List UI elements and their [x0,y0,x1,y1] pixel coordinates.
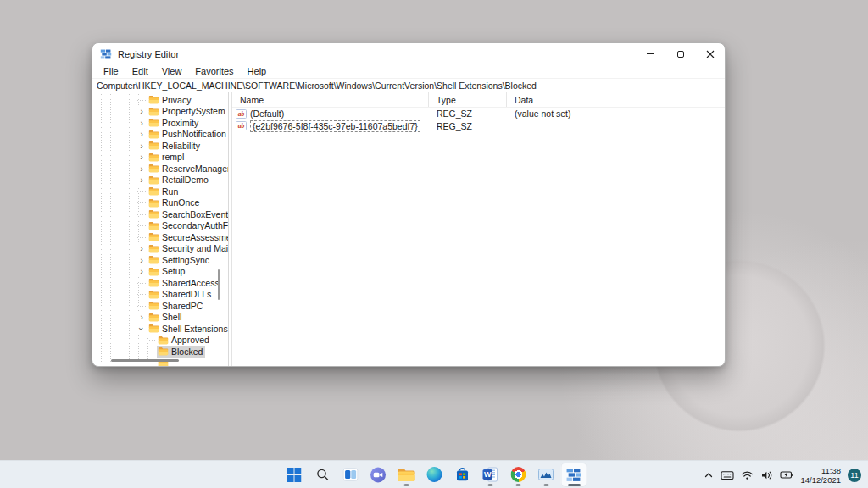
notification-badge[interactable]: 11 [848,469,861,482]
tree-item-content[interactable]: Blocked [157,346,205,358]
expand-chevron-icon[interactable]: › [136,243,147,255]
tree-item-shell-extensions[interactable]: ›Shell Extensions [92,323,228,335]
column-header-data[interactable]: Data [507,92,725,107]
volume-button[interactable] [760,470,773,480]
tree-item-shell[interactable]: ›Shell [92,312,228,324]
tree-item-content[interactable]: rempl [147,152,186,164]
close-button[interactable] [695,43,725,64]
expand-chevron-icon[interactable]: › [136,117,147,129]
column-header-type[interactable]: Type [429,92,507,107]
taskbar-icon-task-manager[interactable] [533,463,559,487]
collapse-chevron-icon[interactable]: › [136,323,147,335]
svg-text:ab: ab [238,110,245,118]
tree-item-settingsync[interactable]: ›SettingSync [92,254,228,266]
tree-item-content[interactable]: SecureAssessmen [147,231,229,243]
taskbar-icon-file-explorer[interactable] [393,463,420,487]
tree-item-content[interactable]: ReserveManager [147,163,229,175]
taskbar-icon-store[interactable] [449,463,476,487]
column-header-name[interactable]: Name [232,92,429,107]
taskbar-icon-edge[interactable] [421,463,448,487]
tree-horizontal-scrollbar[interactable] [111,359,179,362]
tree-item-propertysystem[interactable]: ›PropertySystem [92,106,228,118]
tree-item-content[interactable]: Shell [147,312,184,324]
expand-chevron-icon[interactable]: › [136,254,147,266]
tree-item-sharedpc[interactable]: SharedPC [92,300,228,312]
tree-item-pushnotification[interactable]: ›PushNotification [92,129,228,141]
menu-edit[interactable]: Edit [125,66,155,76]
tree-vertical-scrollbar[interactable] [218,269,220,300]
tree-item-content[interactable]: SearchBoxEventA [147,208,229,220]
expand-chevron-icon[interactable]: › [136,163,147,175]
tree-item-reliability[interactable]: ›Reliability [92,140,228,152]
menu-view[interactable]: View [155,66,189,76]
tree-item-secondaryauthf[interactable]: SecondaryAuthF [92,220,228,232]
tree-item-approved[interactable]: Approved [92,335,228,347]
tree-item-content[interactable]: SharedPC [147,300,205,312]
tree-item-content[interactable]: Security and Mai [147,243,229,255]
tree-item-content[interactable]: Reliability [147,140,203,152]
expand-chevron-icon[interactable]: › [136,140,147,152]
value-row[interactable]: ab(Default)REG_SZ(value not set) [232,108,725,120]
maximize-button[interactable] [665,43,695,64]
tree-item-content[interactable]: Shell Extensions [147,323,229,335]
expand-chevron-icon[interactable]: › [136,312,147,324]
tree-item-runonce[interactable]: RunOnce [92,197,228,209]
tree-item-content[interactable]: Privacy [147,94,193,106]
tree-item-secureassessmen[interactable]: SecureAssessmen [92,231,228,243]
tree-item-content[interactable]: Proximity [147,117,201,129]
clock[interactable]: 11:38 14/12/2021 [800,466,841,485]
menu-favorites[interactable]: Favorites [188,66,240,76]
tree-item-content[interactable]: SharedAccess [147,277,222,289]
tree-item-content[interactable]: Run [147,186,181,197]
taskbar-icon-start[interactable] [281,463,308,487]
tree-item-content[interactable]: PushNotification [147,129,229,141]
value-name-cell[interactable]: ab{e2bf9676-5f8f-435c-97eb-11607a5bedf7} [232,120,429,133]
tree-item-setup[interactable]: ›Setup [92,266,228,278]
tree-item-content[interactable]: RunOnce [147,197,202,209]
hidden-icons-chevron[interactable] [704,470,714,480]
tree-item-content[interactable]: RetailDemo [147,175,211,186]
expand-chevron-icon[interactable]: › [136,175,147,186]
tree-item-reservemanager[interactable]: ›ReserveManager [92,163,228,175]
tree-item-content[interactable]: SharedDLLs [147,289,214,301]
network-button[interactable] [741,470,754,480]
menu-help[interactable]: Help [241,66,274,76]
tree-item-shareddlls[interactable]: SharedDLLs [92,289,228,301]
tree-item-content[interactable]: Approved [157,335,212,347]
tree-item-sharedaccess[interactable]: SharedAccess [92,277,228,289]
address-bar[interactable]: Computer\HKEY_LOCAL_MACHINE\SOFTWARE\Mic… [92,78,725,92]
battery-button[interactable] [780,470,793,480]
taskbar-icon-word[interactable]: W [477,463,504,487]
minimize-button[interactable] [636,43,665,64]
taskbar-icon-search[interactable] [309,463,336,487]
taskbar-icon-chrome[interactable] [505,463,531,487]
tree-item-retaildemo[interactable]: ›RetailDemo [92,175,228,186]
tree-item-content[interactable]: SettingSync [147,254,212,266]
tree-item-content[interactable]: Setup [147,266,187,278]
taskbar-icon-registry-editor[interactable] [561,463,587,487]
tree-item-rempl[interactable]: ›rempl [92,152,228,164]
menu-bar: File Edit View Favorites Help [92,64,725,78]
title-bar[interactable]: Registry Editor [92,43,725,64]
tree-item-content[interactable]: SecondaryAuthF [147,220,229,232]
tree-item-security-and-mai[interactable]: ›Security and Mai [92,243,228,255]
expand-chevron-icon[interactable]: › [136,106,147,118]
tree-connector [136,231,147,243]
tree-item-searchboxeventa[interactable]: SearchBoxEventA [92,208,228,220]
value-row[interactable]: ab{e2bf9676-5f8f-435c-97eb-11607a5bedf7}… [232,120,725,133]
tree-item-proximity[interactable]: ›Proximity [92,117,228,129]
menu-file[interactable]: File [97,66,125,76]
value-name-cell[interactable]: ab(Default) [232,108,429,120]
expand-chevron-icon[interactable]: › [136,129,147,141]
taskbar-icon-chat[interactable] [365,463,392,487]
tree-item-label: SharedPC [162,301,203,311]
tree-item-content[interactable]: PropertySystem [147,106,228,118]
value-data-cell: (value not set) [507,108,725,120]
touch-keyboard-button[interactable] [721,470,734,480]
expand-chevron-icon[interactable]: › [136,266,147,278]
tree-item-run[interactable]: Run [92,186,228,197]
tree-item-privacy[interactable]: Privacy [92,94,228,106]
tree-item-blocked[interactable]: Blocked [92,346,228,358]
expand-chevron-icon[interactable]: › [136,152,147,164]
taskbar-icon-task-view[interactable] [337,463,364,487]
